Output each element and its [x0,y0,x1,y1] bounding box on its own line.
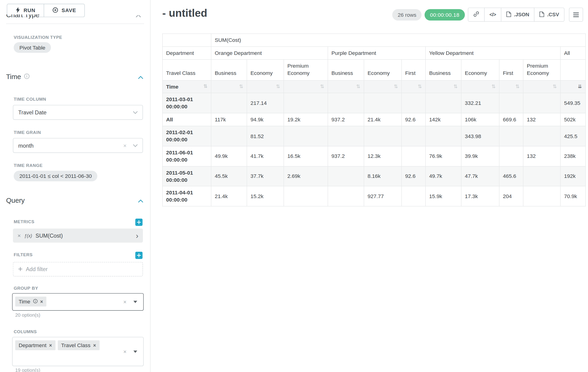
chevron-down-icon [133,144,137,147]
group-by-select[interactable]: Time × × [12,293,144,311]
pivot-value-cell: 142k [426,113,461,126]
pivot-value-cell [499,126,523,146]
pivot-sort-cell: ⇅ [364,80,402,93]
pivot-group-header: Yellow Department [426,46,561,59]
result-toolbar: 26 rows 00:00:00.18 </> .JSON . [392,8,583,22]
time-grain-select[interactable]: month × [13,138,143,153]
add-filter-plus-button[interactable] [135,252,142,259]
pivot-sort-cell: ⇅ [247,80,284,93]
run-button-label: RUN [23,8,35,13]
save-button-label: SAVE [62,8,76,13]
lightning-bolt-icon [16,7,20,14]
pivot-sort-header: Time⇅ [162,80,211,93]
sort-icon[interactable]: ⇅ [320,84,324,90]
pivot-value-cell: 17.3k [461,186,499,206]
pivot-value-cell [284,186,328,206]
clear-icon[interactable]: × [123,298,126,305]
pivot-sort-cell: ⇊ [560,80,586,93]
expand-caret-icon[interactable]: › [136,232,138,239]
pivot-sort-cell: ⇅ [499,80,523,93]
more-options-button[interactable] [569,8,583,22]
file-download-icon [539,11,544,18]
metric-option[interactable]: × ƒ(x) SUM(Cost) › [13,229,143,243]
pivot-value-cell [402,146,426,166]
sort-icon[interactable]: ⇅ [203,83,208,89]
remove-tag-icon[interactable]: × [40,299,43,305]
pivot-value-cell [523,186,560,206]
visualization-type-pill[interactable]: Pivot Table [14,42,51,53]
sort-icon[interactable]: ⇅ [276,84,280,90]
pivot-leaf-header: First [402,60,426,80]
sort-icon[interactable]: ⇅ [453,84,458,90]
dropdown-caret-icon[interactable] [133,301,137,303]
collapse-chevron-up-icon[interactable] [138,74,143,80]
pivot-value-cell: 332.21 [461,93,499,113]
pivot-corner-cell [162,34,211,46]
sort-icon[interactable]: ⇅ [492,84,496,90]
group-by-label: GROUP BY [14,286,38,291]
clear-icon[interactable]: × [123,348,126,355]
remove-tag-icon[interactable]: × [49,342,52,348]
view-query-button[interactable]: </> [484,8,501,22]
collapse-chevron-up-icon[interactable] [138,197,143,204]
sort-icon[interactable]: ⇅ [418,84,422,90]
pivot-value-cell: 204 [499,186,523,206]
chart-type-heading-clipped: Chart Type [6,14,113,21]
add-filter-dropzone[interactable]: Add filter [13,262,143,276]
pivot-value-cell [523,93,560,113]
clear-icon[interactable]: × [123,142,126,149]
export-csv-label: .CSV [547,12,559,18]
export-button-group: </> .JSON .CSV [468,8,565,22]
pivot-value-cell [426,126,461,146]
explore-view: RUN SAVE Chart Type VISUALIZATION TYPE P… [0,0,588,372]
info-icon[interactable] [24,74,30,81]
pivot-value-cell: 19.2k [284,113,328,126]
time-range-label: TIME RANGE [14,163,43,168]
pivot-leaf-header: Economy [461,60,499,80]
pivot-sort-cell: ⇅ [523,80,560,93]
pivot-leaf-header [560,60,586,80]
pivot-row: 2011-06-01 00:00:0049.9k41.7k16.5k937.21… [162,146,586,166]
column-info-icon [33,298,38,305]
add-filter-placeholder: Add filter [26,266,48,272]
columns-select[interactable]: Department × Travel Class × × [12,337,144,366]
sort-desc-icon[interactable]: ⇊ [578,84,582,90]
dropdown-caret-icon[interactable] [133,351,137,353]
sort-icon[interactable]: ⇅ [515,84,520,90]
sort-icon[interactable]: ⇅ [239,84,243,90]
export-json-button[interactable]: .JSON [501,8,535,22]
columns-tag-department[interactable]: Department × [15,340,55,350]
columns-tag-label: Travel Class [61,342,90,348]
time-range-pill[interactable]: 2011-01-01 ≤ col < 2011-06-30 [14,171,98,181]
chevron-up-icon[interactable] [136,15,142,17]
pivot-value-cell: 45.5k [211,166,247,186]
sort-icon[interactable]: ⇅ [394,84,398,90]
filters-label: FILTERS [14,253,33,257]
pivot-leaf-header: Business [328,60,364,80]
remove-metric-icon[interactable]: × [17,232,21,239]
time-column-label: TIME COLUMN [14,97,46,102]
sort-icon[interactable]: ⇅ [553,84,557,90]
add-metric-button[interactable] [135,219,142,226]
time-grain-value: month [18,142,34,148]
pivot-value-cell: 117k [211,113,247,126]
pivot-row-header: 2011-04-01 00:00:00 [162,186,211,206]
columns-tag-label: Department [19,342,46,348]
export-csv-button[interactable]: .CSV [534,8,565,22]
pivot-row: 2011-03-01 00:00:00217.14332.21549.35 [162,93,586,113]
remove-tag-icon[interactable]: × [93,342,96,348]
row-count-badge: 26 rows [392,9,422,20]
sort-icon[interactable]: ⇅ [356,84,360,90]
export-json-label: .JSON [514,12,529,18]
copy-link-button[interactable] [468,8,484,22]
columns-tag-travel-class[interactable]: Travel Class × [58,340,99,350]
plus-icon [137,219,141,225]
time-column-select[interactable]: Travel Date [13,105,143,120]
pivot-value-cell [284,93,328,113]
pivot-row-header: 2011-05-01 00:00:00 [162,166,211,186]
group-by-tag-time[interactable]: Time × [15,297,46,307]
query-timer-badge: 00:00:00.18 [425,9,465,20]
chart-title[interactable]: - untitled [162,7,207,19]
time-section-title: Time [6,73,21,81]
time-grain-label: TIME GRAIN [14,130,41,135]
